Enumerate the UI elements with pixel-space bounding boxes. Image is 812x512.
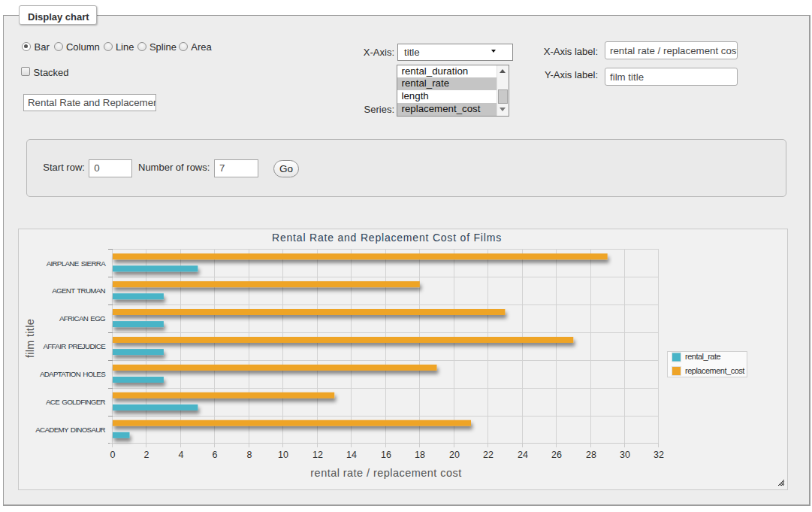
svg-text:26: 26 (551, 450, 562, 460)
svg-text:ACE GOLDFINGER: ACE GOLDFINGER (46, 398, 106, 406)
svg-text:10: 10 (278, 450, 288, 460)
svg-text:14: 14 (346, 450, 357, 460)
svg-text:32: 32 (654, 450, 664, 460)
svg-text:rental rate / replacement cost: rental rate / replacement cost (310, 467, 461, 479)
svg-text:12: 12 (312, 450, 323, 460)
svg-text:AIRPLANE SIERRA: AIRPLANE SIERRA (47, 259, 107, 268)
svg-text:AFFAIR PREJUDICE: AFFAIR PREJUDICE (43, 342, 106, 350)
svg-text:rental_rate: rental_rate (685, 352, 720, 361)
svg-text:replacement_cost: replacement_cost (685, 366, 744, 375)
svg-text:4: 4 (179, 450, 184, 460)
svg-text:2: 2 (144, 450, 149, 460)
svg-text:28: 28 (586, 450, 596, 460)
svg-text:24: 24 (518, 450, 528, 460)
svg-text:30: 30 (620, 450, 630, 460)
svg-text:8: 8 (247, 450, 252, 460)
svg-text:AFRICAN EGG: AFRICAN EGG (59, 314, 105, 323)
svg-text:AGENT TRUMAN: AGENT TRUMAN (52, 286, 105, 295)
svg-text:Rental Rate and Replacement Co: Rental Rate and Replacement Cost of Film… (272, 232, 502, 244)
svg-text:18: 18 (415, 450, 425, 460)
svg-text:20: 20 (449, 450, 460, 460)
svg-text:0: 0 (110, 450, 116, 460)
svg-text:film title: film title (24, 319, 36, 358)
svg-text:6: 6 (213, 450, 218, 460)
svg-text:ADAPTATION HOLES: ADAPTATION HOLES (40, 370, 106, 378)
svg-text:ACADEMY DINOSAUR: ACADEMY DINOSAUR (35, 426, 105, 434)
svg-text:16: 16 (381, 450, 391, 460)
svg-text:22: 22 (483, 450, 494, 460)
